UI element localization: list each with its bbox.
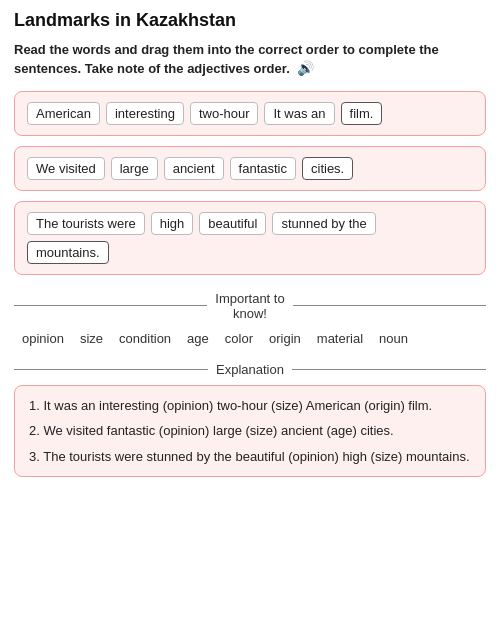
word-row-3: The tourists were high beautiful stunned… [27,212,473,235]
explanation-label: Explanation [216,362,284,377]
explanation-divider: Explanation [14,362,486,377]
sentence-box-2: We visited large ancient fantastic citie… [14,146,486,191]
word-chip[interactable]: large [111,157,158,180]
word-row-3b: mountains. [27,241,473,264]
important-divider: Important toknow! [14,291,486,321]
adj-chip-origin[interactable]: origin [265,329,305,348]
word-chip[interactable]: American [27,102,100,125]
word-chip[interactable]: We visited [27,157,105,180]
word-chip[interactable]: two-hour [190,102,259,125]
adj-chip-opinion[interactable]: opinion [18,329,68,348]
word-chip[interactable]: high [151,212,194,235]
explanation-line-left [14,369,208,370]
page-title: Landmarks in Kazakhstan [14,10,486,31]
word-chip[interactable]: mountains. [27,241,109,264]
word-chip[interactable]: film. [341,102,383,125]
word-chip[interactable]: The tourists were [27,212,145,235]
explanation-box: 1. It was an interesting (opinion) two-h… [14,385,486,478]
explanation-item-3: 3. The tourists were stunned by the beau… [29,447,471,467]
sentence-box-3: The tourists were high beautiful stunned… [14,201,486,275]
adj-chip-noun[interactable]: noun [375,329,412,348]
explanation-item-2: 2. We visited fantastic (opinion) large … [29,421,471,441]
sentence-box-1: American interesting two-hour It was an … [14,91,486,136]
instructions-text: Read the words and drag them into the co… [14,41,486,79]
word-chip[interactable]: It was an [264,102,334,125]
adj-chip-color[interactable]: color [221,329,257,348]
word-chip[interactable]: cities. [302,157,353,180]
adj-chip-age[interactable]: age [183,329,213,348]
word-chip[interactable]: stunned by the [272,212,375,235]
adj-chip-condition[interactable]: condition [115,329,175,348]
adj-chip-material[interactable]: material [313,329,367,348]
explanation-line-right [292,369,486,370]
word-chip[interactable]: fantastic [230,157,296,180]
explanation-item-1: 1. It was an interesting (opinion) two-h… [29,396,471,416]
divider-line-right [293,305,486,306]
word-row-2: We visited large ancient fantastic citie… [27,157,473,180]
sound-icon[interactable]: 🔊 [297,59,314,79]
word-chip[interactable]: ancient [164,157,224,180]
word-row-1: American interesting two-hour It was an … [27,102,473,125]
page-container: Landmarks in Kazakhstan Read the words a… [0,0,500,487]
important-label: Important toknow! [215,291,284,321]
word-chip[interactable]: beautiful [199,212,266,235]
divider-line-left [14,305,207,306]
adjective-row: opinion size condition age color origin … [14,329,486,348]
word-chip[interactable]: interesting [106,102,184,125]
adj-chip-size[interactable]: size [76,329,107,348]
